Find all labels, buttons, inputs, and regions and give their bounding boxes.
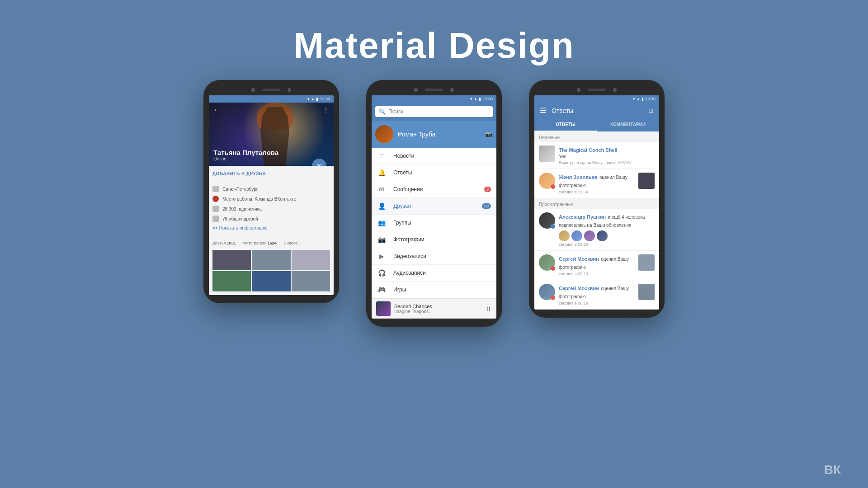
phone3-speaker xyxy=(588,89,606,91)
menu-username: Роман Труба xyxy=(398,131,481,138)
menu-label-friends: Друзья xyxy=(393,203,475,209)
profile-online-status: Online xyxy=(213,156,278,161)
notif-2-content: Женя Зиновьев оценил Вашу фотографию сег… xyxy=(559,173,635,194)
section-recent: Недавние xyxy=(534,131,659,142)
videos-stat: Видеоз... xyxy=(284,241,301,245)
now-playing-info: Second Chances Imagine Dragons xyxy=(394,304,482,314)
profile-name-area: Татьяна Плуталова Online xyxy=(213,149,278,161)
followers-icon xyxy=(212,206,219,212)
notif-item-4[interactable]: Сергей Москвин оценил Вашу фотографию се… xyxy=(534,251,659,280)
city-info: Санкт-Петербург xyxy=(212,184,330,194)
back-icon[interactable]: ← xyxy=(213,106,220,113)
menu-item-messages[interactable]: ✉ Сообщения 8 xyxy=(372,181,496,198)
search-bar[interactable]: 🔍 Поиск xyxy=(375,106,493,117)
photo-thumb-1[interactable] xyxy=(212,250,251,270)
phone1-screen: ▾ ▲ ▮ 12:30 ← ⋮ Татьяна Плуталова Online xyxy=(209,95,334,295)
add-friend-button[interactable]: ДОБАВИТЬ В ДРУЗЬЯ xyxy=(212,169,330,178)
filter-icon[interactable]: ⊟ xyxy=(648,107,654,114)
notif-5-thumb xyxy=(638,284,655,300)
phone1-status-icons: ▾ ▲ ▮ 12:30 xyxy=(307,97,330,101)
notif-tabs: ОТВЕТЫ КОММЕНТАРИИ xyxy=(534,118,659,131)
menu-search-area: 🔍 Поиск xyxy=(372,103,496,121)
menu-user-row[interactable]: Роман Труба 📷 xyxy=(372,121,496,148)
menu-label-videos: Видеозаписи xyxy=(393,253,491,259)
vk-logo: ВК xyxy=(824,463,841,477)
notif-item-3[interactable]: Александр Пушкин и ещё 4 человека подпис… xyxy=(534,209,659,251)
menu-label-photos: Фотографии xyxy=(393,236,491,243)
follower-3 xyxy=(584,230,595,241)
time-display2: 12:30 xyxy=(482,97,493,101)
menu-item-news[interactable]: ≡ Новости xyxy=(372,148,496,164)
phone3-status-bar: ▾ ▲ ▮ 12:30 xyxy=(534,95,659,103)
followers-info: 28 302 подписчика xyxy=(212,204,330,214)
notif-item-5[interactable]: Сергей Москвин оценил Вашу фотографию се… xyxy=(534,280,659,310)
photo-thumb-4[interactable] xyxy=(212,271,251,291)
signal-icon2: ▾ xyxy=(470,97,472,101)
now-playing-title: Second Chances xyxy=(394,304,482,309)
tab-answers[interactable]: ОТВЕТЫ xyxy=(534,118,597,131)
notif-1-content: The Magical Conch Shell Yes. 5 минут наз… xyxy=(559,145,655,165)
divider2 xyxy=(212,235,330,235)
menu-item-friends[interactable]: 👤 Друзья 59 xyxy=(372,198,496,215)
menu-item-games[interactable]: 🎮 Игры xyxy=(372,282,496,298)
notif-item-2[interactable]: Женя Зиновьев оценил Вашу фотографию сег… xyxy=(534,169,659,198)
notif-4-content: Сергей Москвин оценил Вашу фотографию се… xyxy=(559,254,635,276)
notif-1-text: Yes. xyxy=(559,154,655,160)
menu-item-answers[interactable]: 🔔 Ответы xyxy=(372,164,496,181)
battery-icon: ▮ xyxy=(316,97,318,101)
followers-row xyxy=(559,230,655,241)
notif-4-time: сегодня в 00:19 xyxy=(559,272,635,276)
phone2-top-bar xyxy=(372,88,496,92)
menu-item-groups[interactable]: 👥 Группы xyxy=(372,215,496,231)
search-icon: 🔍 xyxy=(379,108,386,115)
phone3-screen: ▾ ▲ ▮ 12:30 ☰ Ответы ⊟ ОТВЕТЫ КОММЕНТАРИ… xyxy=(534,95,659,310)
burger-icon[interactable]: ☰ xyxy=(540,106,546,115)
phone-3: ▾ ▲ ▮ 12:30 ☰ Ответы ⊟ ОТВЕТЫ КОММЕНТАРИ… xyxy=(529,80,665,318)
phone1-top-bar xyxy=(209,88,334,92)
time-display: 12:30 xyxy=(320,97,330,101)
now-playing-artist: Imagine Dragons xyxy=(394,309,482,314)
messages-icon: ✉ xyxy=(377,186,386,193)
camera-icon[interactable]: 📷 xyxy=(485,131,493,138)
profile-body: ДОБАВИТЬ В ДРУЗЬЯ Санкт-Петербург Место … xyxy=(209,166,334,295)
search-placeholder: Поиск xyxy=(388,108,403,115)
profile-header: ← ⋮ Татьяна Плуталова Online ✉ xyxy=(209,103,334,166)
time-display3: 12:30 xyxy=(645,97,656,101)
follower-1 xyxy=(559,230,570,241)
notif-3-author: Александр Пушкин xyxy=(559,214,606,220)
friends-stat: Друзья 1031 xyxy=(212,241,236,245)
menu-label-news: Новости xyxy=(393,153,491,159)
signal-icon: ▾ xyxy=(307,97,310,101)
pause-icon[interactable]: ⏸ xyxy=(486,305,492,312)
menu-item-audio[interactable]: 🎧 Аудиозаписи xyxy=(372,265,496,282)
show-more-info[interactable]: ••• Показать информацию xyxy=(212,224,330,232)
now-playing-thumb xyxy=(376,301,391,316)
notif-screen-title: Ответы xyxy=(552,107,643,114)
phone2-speaker xyxy=(425,89,443,91)
phone3-status-icons: ▾ ▲ ▮ 12:30 xyxy=(633,97,656,101)
notif-4-thumb xyxy=(638,254,655,271)
menu-item-photos[interactable]: 📷 Фотографии xyxy=(372,231,496,248)
photo-thumb-5[interactable] xyxy=(252,271,290,291)
notif-4-author: Сергей Москвин xyxy=(559,256,599,262)
mutual-friends-info: 76 общих друзей xyxy=(212,214,330,224)
more-icon[interactable]: ⋮ xyxy=(323,106,329,113)
photo-thumb-3[interactable] xyxy=(292,250,330,270)
now-playing-bar[interactable]: Second Chances Imagine Dragons ⏸ xyxy=(372,298,496,319)
conch-avatar xyxy=(539,145,555,162)
menu-user-avatar xyxy=(375,125,393,143)
mosk-avatar-wrapper xyxy=(539,254,555,271)
photos-grid xyxy=(212,250,330,291)
wifi-icon: ▲ xyxy=(311,97,315,101)
games-icon: 🎮 xyxy=(377,286,386,293)
menu-item-videos[interactable]: ▶ Видеозаписи xyxy=(372,248,496,265)
notif-5-author: Сергей Москвин xyxy=(559,286,599,291)
tab-comments[interactable]: КОММЕНТАРИИ xyxy=(597,118,659,131)
photo-thumb-2[interactable] xyxy=(252,250,290,270)
phone2-status-icons: ▾ ▲ ▮ 12:30 xyxy=(470,97,493,101)
photo-thumb-6[interactable] xyxy=(292,271,330,291)
notif-item-1[interactable]: The Magical Conch Shell Yes. 5 минут наз… xyxy=(534,142,659,169)
phone1-speaker xyxy=(262,89,280,91)
work-info: Место работы: Команда ВКонтакте xyxy=(212,194,330,204)
mosk2-avatar-wrapper xyxy=(539,284,555,300)
